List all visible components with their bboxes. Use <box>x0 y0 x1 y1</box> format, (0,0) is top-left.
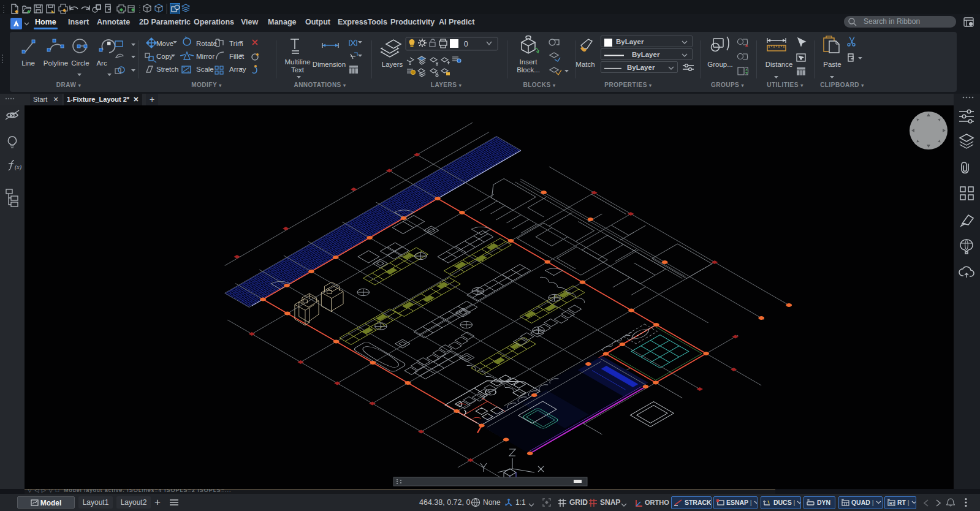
svg-text:(x): (x) <box>15 164 22 171</box>
svg-text:0: 0 <box>464 40 468 48</box>
svg-text:RT: RT <box>889 501 895 505</box>
